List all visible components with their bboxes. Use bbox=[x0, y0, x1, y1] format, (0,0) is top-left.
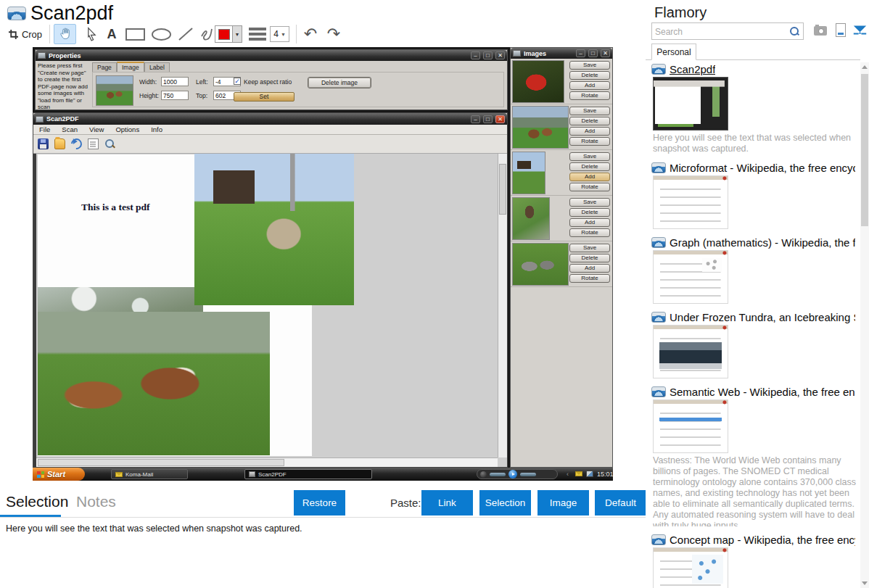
paste-selection-button[interactable]: Selection bbox=[479, 490, 531, 515]
keep-aspect-checkbox[interactable]: ✓ bbox=[234, 78, 241, 85]
tray-mail-icon[interactable] bbox=[575, 471, 582, 476]
properties-titlebar[interactable]: Properties – □ ✕ bbox=[36, 50, 507, 61]
tab-selection[interactable]: Selection bbox=[6, 493, 68, 510]
tab-page[interactable]: Page bbox=[92, 62, 117, 72]
menu-info[interactable]: Info bbox=[145, 125, 168, 133]
tab-personal[interactable]: Personal bbox=[651, 44, 696, 60]
image-thumbnail[interactable] bbox=[512, 106, 569, 149]
rotate-button[interactable]: Rotate bbox=[569, 91, 610, 100]
save-button[interactable]: Save bbox=[569, 244, 610, 252]
rotate-button[interactable]: Rotate bbox=[569, 137, 610, 146]
add-button[interactable]: Add bbox=[569, 173, 610, 181]
paste-image-button[interactable]: Image bbox=[538, 490, 589, 515]
rotate-button[interactable]: Rotate bbox=[569, 183, 610, 191]
sidebar-snapshot-item[interactable]: Microformat - Wikipedia, the free encycl… bbox=[651, 161, 857, 229]
item-title[interactable]: Scan2pdf bbox=[670, 63, 715, 75]
add-button[interactable]: Add bbox=[569, 264, 610, 273]
snapshot-thumbnail[interactable] bbox=[653, 325, 728, 378]
ellipse-tool-button[interactable] bbox=[149, 24, 173, 44]
item-header[interactable]: Semantic Web - Wikipedia, the free encyc… bbox=[651, 385, 857, 398]
save-icon[interactable] bbox=[38, 138, 49, 149]
tray-expand-chevron[interactable]: ‹ bbox=[567, 471, 569, 478]
open-folder-icon[interactable] bbox=[54, 138, 65, 149]
rotate-button[interactable]: Rotate bbox=[569, 228, 610, 237]
tray-network-icon[interactable] bbox=[586, 471, 593, 477]
media-slider[interactable] bbox=[520, 473, 536, 476]
menu-file[interactable]: File bbox=[33, 125, 56, 133]
media-player-toolbar[interactable] bbox=[477, 469, 558, 479]
color-dropdown-caret[interactable]: ▼ bbox=[232, 26, 242, 42]
delete-button[interactable]: Delete bbox=[569, 71, 610, 80]
snapshot-thumbnail[interactable] bbox=[653, 399, 728, 453]
paste-default-button[interactable]: Default bbox=[595, 490, 646, 515]
media-slider[interactable] bbox=[490, 473, 506, 476]
height-field[interactable]: 750 bbox=[161, 91, 189, 100]
close-button[interactable]: ✕ bbox=[495, 115, 505, 123]
pdf-document-icon[interactable] bbox=[88, 138, 99, 149]
image-thumbnail[interactable] bbox=[512, 197, 550, 240]
maximize-button[interactable]: □ bbox=[588, 49, 598, 57]
image-thumbnail[interactable] bbox=[512, 243, 569, 286]
add-button[interactable]: Add bbox=[569, 218, 610, 227]
line-thickness-button[interactable] bbox=[247, 24, 268, 44]
crop-button[interactable]: Crop bbox=[4, 24, 46, 44]
snapshot-thumbnail[interactable] bbox=[653, 77, 728, 131]
freehand-tool-button[interactable] bbox=[197, 24, 217, 44]
sidebar-snapshot-item[interactable]: Under Frozen Tundra, an Icebreaking Ship… bbox=[651, 310, 857, 378]
taskbar-item-komamail[interactable]: Koma-Mail bbox=[111, 469, 188, 479]
save-button[interactable]: Save bbox=[569, 152, 610, 161]
taskbar-item-scan2pdf[interactable]: Scan2PDF bbox=[244, 469, 372, 479]
restore-button[interactable]: Restore bbox=[294, 490, 345, 515]
item-header[interactable]: Under Frozen Tundra, an Icebreaking Ship… bbox=[651, 310, 857, 323]
scrollbar-thumb[interactable] bbox=[861, 74, 868, 226]
tab-label[interactable]: Label bbox=[144, 62, 170, 72]
camera-icon[interactable] bbox=[814, 26, 827, 36]
text-tool-button[interactable]: A bbox=[102, 24, 121, 44]
close-button[interactable]: ✕ bbox=[495, 51, 505, 59]
item-header[interactable]: Concept map - Wikipedia, the free encycl… bbox=[651, 533, 857, 546]
select-tool-button[interactable] bbox=[81, 24, 102, 44]
search-icon[interactable] bbox=[789, 26, 799, 36]
hand-tool-button[interactable] bbox=[54, 24, 76, 44]
delete-button[interactable]: Delete bbox=[569, 254, 610, 262]
item-title[interactable]: Concept map - Wikipedia, the free encycl… bbox=[670, 534, 855, 546]
horizontal-scrollbar[interactable] bbox=[36, 457, 498, 467]
images-titlebar[interactable]: Images – □ ✕ bbox=[511, 48, 612, 59]
scroll-up-arrow[interactable] bbox=[862, 65, 868, 69]
scan2pdf-titlebar[interactable]: Scan2PDF – □ ✕ bbox=[33, 113, 507, 125]
undo-button[interactable]: ↶ bbox=[300, 24, 321, 44]
item-title[interactable]: Semantic Web - Wikipedia, the free encyc… bbox=[670, 386, 855, 398]
item-title[interactable]: Under Frozen Tundra, an Icebreaking Ship… bbox=[670, 311, 855, 323]
note-icon[interactable] bbox=[836, 23, 846, 37]
add-button[interactable]: Add bbox=[569, 127, 610, 136]
item-title[interactable]: Graph (mathematics) - Wikipedia, the fre… bbox=[670, 236, 855, 249]
set-button[interactable]: Set bbox=[234, 92, 295, 102]
save-button[interactable]: Save bbox=[569, 61, 610, 70]
minimize-button[interactable]: – bbox=[471, 115, 480, 123]
snapshot-thumbnail[interactable] bbox=[653, 175, 728, 229]
tab-image[interactable]: Image bbox=[117, 62, 144, 72]
item-header[interactable]: Graph (mathematics) - Wikipedia, the fre… bbox=[651, 236, 857, 249]
search-box[interactable] bbox=[651, 22, 804, 40]
stroke-size-dropdown[interactable]: 4 ▼ bbox=[270, 26, 289, 42]
menu-scan[interactable]: Scan bbox=[56, 125, 83, 133]
scroll-down-arrow[interactable] bbox=[862, 581, 868, 585]
sidebar-snapshot-item[interactable]: Graph (mathematics) - Wikipedia, the fre… bbox=[651, 236, 857, 304]
menu-view[interactable]: View bbox=[83, 125, 110, 133]
width-field[interactable]: 1000 bbox=[161, 77, 189, 86]
media-button[interactable] bbox=[480, 471, 487, 478]
rectangle-tool-button[interactable] bbox=[123, 24, 147, 44]
sidebar-snapshot-item[interactable]: Concept map - Wikipedia, the free encycl… bbox=[651, 533, 857, 588]
save-button[interactable]: Save bbox=[569, 107, 610, 115]
image-thumbnail[interactable] bbox=[512, 152, 545, 194]
color-swatch[interactable] bbox=[215, 26, 232, 42]
zoom-icon[interactable] bbox=[104, 138, 115, 149]
sidebar-snapshot-item[interactable]: Scan2pdf Here you will see the text that… bbox=[651, 62, 857, 154]
sidebar-snapshot-item[interactable]: Semantic Web - Wikipedia, the free encyc… bbox=[651, 385, 857, 526]
vertical-scrollbar[interactable] bbox=[498, 154, 507, 457]
start-button[interactable]: Start bbox=[33, 468, 85, 481]
save-button[interactable]: Save bbox=[569, 198, 610, 207]
delete-button[interactable]: Delete bbox=[569, 117, 610, 125]
maximize-button[interactable]: □ bbox=[483, 115, 493, 123]
redo-button[interactable]: ↷ bbox=[323, 24, 345, 44]
